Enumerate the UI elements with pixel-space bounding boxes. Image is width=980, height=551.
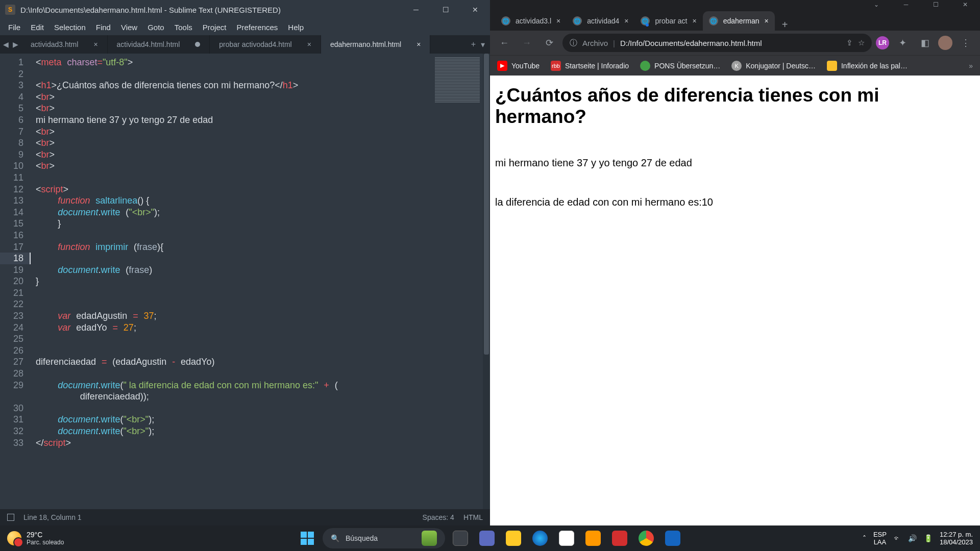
taskbar-search[interactable]: 🔍 Búsqueda: [323, 528, 445, 548]
sidepanel-icon[interactable]: ◧: [916, 34, 934, 52]
menu-goto[interactable]: Goto: [142, 21, 169, 34]
taskbar-app-chrome[interactable]: [635, 528, 657, 548]
tab-nav-prev-icon[interactable]: ◀: [3, 40, 9, 48]
tab-close-icon[interactable]: ×: [93, 40, 97, 48]
search-icon: 🔍: [331, 534, 339, 542]
bookmarks-overflow-icon[interactable]: »: [969, 62, 973, 70]
taskbar-app-sublime[interactable]: [582, 528, 604, 548]
menu-project[interactable]: Project: [198, 21, 232, 34]
taskbar-app-acrobat[interactable]: [608, 528, 631, 548]
site-info-icon[interactable]: ⓘ: [570, 38, 577, 48]
sublime-tab[interactable]: probar activodad4.html×: [210, 35, 321, 54]
chrome-tab-active[interactable]: 🌐edaherman×: [703, 11, 775, 31]
favicon-globe-icon: 🌐: [573, 16, 582, 26]
tab-label: actividad4.html.html: [117, 40, 180, 48]
minimap[interactable]: [432, 57, 483, 148]
tab-close-icon[interactable]: ×: [693, 17, 697, 25]
task-view-button[interactable]: [449, 528, 472, 548]
url-scheme: Archivo: [582, 39, 608, 47]
share-icon[interactable]: ⇪: [846, 38, 853, 47]
taskbar-app-explorer[interactable]: [502, 528, 525, 548]
taskbar-app[interactable]: [476, 528, 498, 548]
tray-battery-icon[interactable]: 🔋: [924, 534, 933, 542]
taskbar-weather[interactable]: 29°C Parc. soleado: [0, 531, 71, 546]
sublime-tab-row: ◀ ▶ actividad3.html× actividad4.html.htm…: [0, 35, 490, 54]
status-position[interactable]: Line 18, Column 1: [23, 513, 82, 521]
chrome-minimize-button[interactable]: ─: [891, 0, 921, 9]
tab-close-icon[interactable]: ×: [416, 40, 421, 48]
bookmark-item[interactable]: KKonjugator | Deutsc…: [731, 61, 816, 71]
tab-overflow-icon[interactable]: ▾: [481, 40, 485, 49]
sublime-tab[interactable]: actividad4.html.html: [108, 35, 210, 54]
tab-notification-badge: [646, 23, 649, 27]
chrome-new-tab-button[interactable]: +: [775, 19, 795, 31]
sublime-titlebar[interactable]: S D:\Info\Documents\edahermano.html.html…: [0, 0, 490, 19]
start-button[interactable]: [296, 528, 318, 548]
forward-button[interactable]: →: [518, 34, 536, 52]
menu-help[interactable]: Help: [283, 21, 309, 34]
menu-edit[interactable]: Edit: [26, 21, 49, 34]
chrome-menu-icon[interactable]: ⋮: [957, 34, 975, 52]
weather-desc: Parc. soleado: [27, 539, 64, 546]
bookmark-label: YouTube: [511, 62, 540, 70]
bookmark-label: Inflexión de las pal…: [841, 62, 908, 70]
tray-chevron-icon[interactable]: ˄: [863, 534, 866, 542]
menu-view[interactable]: View: [116, 21, 142, 34]
status-lang[interactable]: HTML: [463, 513, 483, 521]
new-tab-icon[interactable]: +: [471, 40, 476, 49]
close-button[interactable]: ✕: [460, 0, 490, 19]
bookmark-item[interactable]: Inflexión de las pal…: [827, 61, 908, 71]
bookmark-item[interactable]: ▶YouTube: [497, 61, 540, 71]
menu-find[interactable]: Find: [91, 21, 116, 34]
bookmark-favicon: ▶: [497, 61, 507, 71]
tab-close-icon[interactable]: ×: [307, 40, 311, 48]
tab-label: probar activodad4.html: [219, 40, 291, 48]
tray-wifi-icon[interactable]: ᯤ: [894, 534, 901, 542]
scrollbar-thumb[interactable]: [484, 54, 489, 355]
menu-tools[interactable]: Tools: [169, 21, 198, 34]
tray-volume-icon[interactable]: 🔊: [908, 534, 917, 542]
sublime-tab-active[interactable]: edahermano.html.html×: [321, 35, 430, 54]
bookmark-star-icon[interactable]: ☆: [858, 38, 865, 47]
bookmark-item[interactable]: rbbStartseite | Inforadio: [551, 61, 629, 71]
sublime-tab[interactable]: actividad3.html×: [21, 35, 108, 54]
menu-preferences[interactable]: Preferences: [231, 21, 283, 34]
omnibox[interactable]: ⓘ Archivo | D:/Info/Documents/edahermano…: [562, 34, 872, 52]
tab-label: probar act: [655, 17, 687, 25]
chrome-maximize-button[interactable]: ☐: [921, 0, 950, 9]
bookmark-label: Konjugator | Deutsc…: [746, 62, 816, 70]
taskbar-app[interactable]: [555, 528, 578, 548]
weather-temp: 29°C: [27, 531, 64, 539]
tray-clock[interactable]: 12:27 p. m. 18/04/2023: [940, 531, 973, 546]
menu-file[interactable]: File: [3, 21, 26, 34]
menu-selection[interactable]: Selection: [49, 21, 91, 34]
tab-close-icon[interactable]: ×: [556, 17, 560, 25]
chrome-tab[interactable]: 🌐probar act×: [634, 11, 702, 31]
profile-badge[interactable]: LR: [876, 36, 889, 49]
taskbar-app-word[interactable]: [662, 528, 684, 548]
code-area[interactable]: <meta charset="utf-8"> <h1>¿Cuántos años…: [30, 54, 490, 509]
chrome-tab[interactable]: 🌐actividad3.l×: [495, 11, 567, 31]
taskbar-app-edge[interactable]: [529, 528, 551, 548]
tab-close-icon[interactable]: ×: [765, 17, 769, 25]
maximize-button[interactable]: ☐: [431, 0, 460, 19]
tray-language[interactable]: ESP LAA: [873, 531, 887, 546]
bookmark-item[interactable]: PONS Übersetzun…: [640, 61, 720, 71]
chrome-tab[interactable]: 🌐actividad4×: [567, 11, 634, 31]
extensions-icon[interactable]: ✦: [893, 34, 912, 52]
page-text: mi hermano tiene 37 y yo tengo 27 de eda…: [495, 157, 975, 169]
editor-body: 1234567891011121314151617181920212223242…: [0, 54, 490, 509]
tab-nav-next-icon[interactable]: ▶: [13, 40, 18, 48]
chrome-restore-down-icon[interactable]: ⌄: [862, 0, 891, 9]
tab-close-icon[interactable]: ×: [624, 17, 628, 25]
back-button[interactable]: ←: [495, 34, 513, 52]
panel-toggle-icon[interactable]: [7, 514, 14, 521]
editor-scrollbar[interactable]: [483, 54, 490, 509]
chrome-close-button[interactable]: ✕: [950, 0, 980, 9]
status-spaces[interactable]: Spaces: 4: [423, 513, 454, 521]
reload-button[interactable]: ⟳: [540, 34, 558, 52]
profile-avatar[interactable]: [938, 36, 952, 50]
line-gutter[interactable]: 1234567891011121314151617181920212223242…: [0, 54, 30, 509]
minimize-button[interactable]: ─: [401, 0, 431, 19]
bookmark-favicon: [640, 61, 650, 71]
